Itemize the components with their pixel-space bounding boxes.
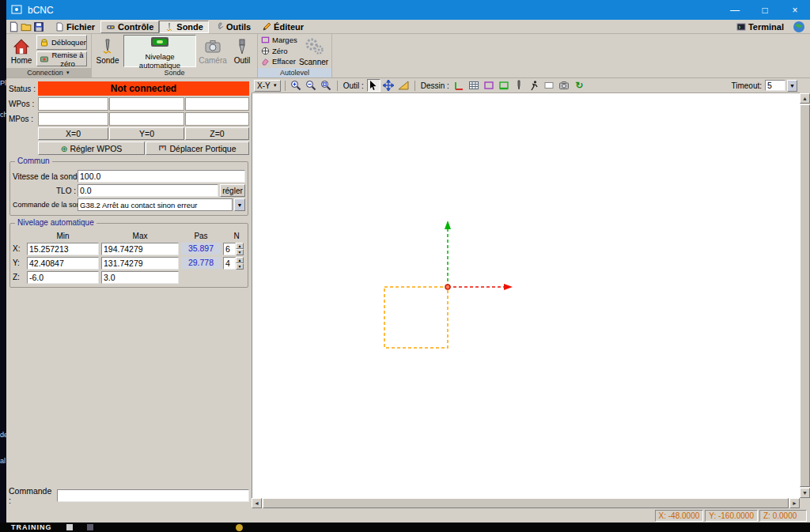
margins-button[interactable]: Marges: [259, 35, 296, 46]
group-label-text: Sonde: [164, 69, 184, 77]
y-min-input[interactable]: [27, 257, 99, 270]
show-grid-button[interactable]: [467, 79, 481, 92]
show-workarea-button[interactable]: [498, 79, 511, 92]
redraw-button[interactable]: ↻: [573, 79, 586, 92]
probe-group-body: Sonde Nivelage automatique Caméra: [92, 34, 257, 68]
autolevel-button[interactable]: Nivelage automatique: [123, 35, 196, 67]
z-min-input[interactable]: [27, 271, 99, 284]
x-max-input[interactable]: [101, 243, 179, 255]
y-axis-arrowhead: [445, 221, 451, 229]
view-select[interactable]: X-Y ▼: [254, 80, 281, 92]
pan-tool-button[interactable]: [382, 79, 396, 92]
spin-up-icon[interactable]: ▲: [236, 243, 244, 249]
show-axes-button[interactable]: [452, 79, 466, 92]
pointer-tool-button[interactable]: [367, 79, 380, 92]
home-button[interactable]: Home: [8, 35, 35, 67]
ruler-tool-button[interactable]: [397, 79, 411, 92]
scroll-down-icon[interactable]: ▼: [800, 488, 810, 498]
maximize-button[interactable]: □: [750, 0, 780, 20]
home-icon: [13, 38, 30, 55]
spin-down-icon[interactable]: ▼: [236, 263, 244, 270]
set-wpos-button[interactable]: ⊕ Régler WPOS: [38, 141, 145, 155]
x-min-input[interactable]: [27, 243, 99, 255]
tab-editeur[interactable]: Éditeur: [256, 21, 309, 33]
camera-view-button[interactable]: [558, 79, 571, 92]
menubar: Fichier Contrôle Sonde Outils Éditeur: [6, 20, 810, 34]
reset-button[interactable]: Remise à zéro: [36, 51, 87, 66]
spin-down-icon[interactable]: ▼: [236, 249, 244, 255]
taskbar-icon[interactable]: [87, 524, 93, 530]
scanner-button[interactable]: Scanner: [297, 35, 330, 67]
ribbon-filler: [332, 34, 810, 77]
tool-button[interactable]: Outil: [229, 35, 255, 67]
x-n-input[interactable]: [223, 243, 236, 255]
open-file-icon[interactable]: [21, 21, 32, 32]
chevron-down-icon: ▼: [237, 202, 243, 208]
timeout-input[interactable]: [765, 80, 785, 91]
z-max-input[interactable]: [101, 271, 179, 284]
scroll-right-icon[interactable]: ►: [789, 498, 800, 508]
probe-command-dropdown-button[interactable]: ▼: [234, 198, 245, 211]
taskbar-icon[interactable]: [236, 524, 243, 531]
connection-group-label[interactable]: Connection ▼: [6, 68, 91, 77]
wpos-x-value[interactable]: [38, 97, 108, 111]
autolevel-group-body: Marges Zéro Effacer: [258, 34, 331, 68]
tlo-set-button[interactable]: régler: [220, 184, 245, 197]
taskbar-icon[interactable]: [66, 524, 73, 530]
wpos-z-value[interactable]: [185, 97, 249, 111]
show-paths-button[interactable]: [543, 79, 556, 92]
probe-feed-input[interactable]: [78, 170, 245, 183]
save-file-icon[interactable]: [33, 21, 44, 32]
new-file-icon[interactable]: [8, 21, 19, 32]
zero-button[interactable]: Zéro: [259, 46, 296, 57]
zoom-out-button[interactable]: [305, 79, 318, 92]
pencil-icon: [262, 22, 271, 32]
tlo-input[interactable]: [78, 184, 218, 197]
x0-button[interactable]: X=0: [38, 127, 108, 140]
timeout-dropdown-button[interactable]: ▼: [787, 80, 797, 92]
spin-up-icon[interactable]: ▲: [236, 257, 244, 263]
y-step-value: 29.778: [181, 257, 221, 269]
unlock-button[interactable]: Débloquer: [36, 35, 87, 50]
scroll-left-icon[interactable]: ◄: [252, 498, 262, 508]
camera-button[interactable]: Caméra: [198, 35, 228, 67]
tab-sonde[interactable]: Sonde: [159, 21, 209, 33]
tab-controle[interactable]: Contrôle: [100, 21, 159, 33]
show-margins-button[interactable]: [483, 79, 496, 92]
y0-button[interactable]: Y=0: [109, 127, 184, 140]
scroll-up-icon[interactable]: ▲: [800, 93, 810, 104]
close-button[interactable]: ×: [780, 0, 810, 20]
mpos-y-value: [109, 112, 184, 126]
ribbon-group-connection: Home Débloquer Remise à zéro: [6, 34, 92, 77]
vertical-scroll-thumb[interactable]: [800, 104, 810, 487]
button-label: Régler WPOS: [70, 144, 122, 153]
zoom-fit-button[interactable]: [320, 79, 333, 92]
canvas-horizontal-scrollbar[interactable]: ◄ ►: [252, 498, 800, 508]
autolevel-row-z: Z:: [13, 270, 245, 284]
autolevel-icon: [150, 32, 169, 51]
globe-icon[interactable]: [793, 21, 805, 33]
probe-button[interactable]: Sonde: [93, 35, 122, 67]
button-label: Outil: [234, 56, 251, 65]
horizontal-scroll-thumb[interactable]: [263, 498, 789, 508]
show-rapid-moves-button[interactable]: [528, 79, 541, 92]
file-icon: [55, 22, 64, 32]
y-max-input[interactable]: [101, 257, 179, 270]
clear-button[interactable]: Effacer: [259, 56, 296, 67]
zoom-in-button[interactable]: [290, 79, 303, 92]
tab-terminal[interactable]: Terminal: [731, 21, 789, 33]
header-n: N: [223, 232, 250, 240]
show-probe-button[interactable]: [513, 79, 526, 92]
move-gantry-button[interactable]: Déplacer Portique: [146, 141, 249, 155]
statusbar-y-coordinate: Y: -160.0000: [705, 510, 758, 522]
gcode-canvas[interactable]: [252, 93, 800, 498]
y-n-input[interactable]: [223, 257, 236, 270]
wpos-y-value[interactable]: [109, 97, 184, 111]
z0-button[interactable]: Z=0: [185, 127, 249, 140]
command-input[interactable]: [57, 489, 249, 502]
minimize-button[interactable]: —: [720, 0, 750, 20]
probe-command-select[interactable]: G38.2 Arrêt au contact sinon erreur: [78, 198, 233, 211]
tab-fichier[interactable]: Fichier: [49, 21, 100, 33]
canvas-vertical-scrollbar[interactable]: ▲ ▼: [800, 93, 810, 498]
tab-outils[interactable]: Outils: [209, 21, 256, 33]
